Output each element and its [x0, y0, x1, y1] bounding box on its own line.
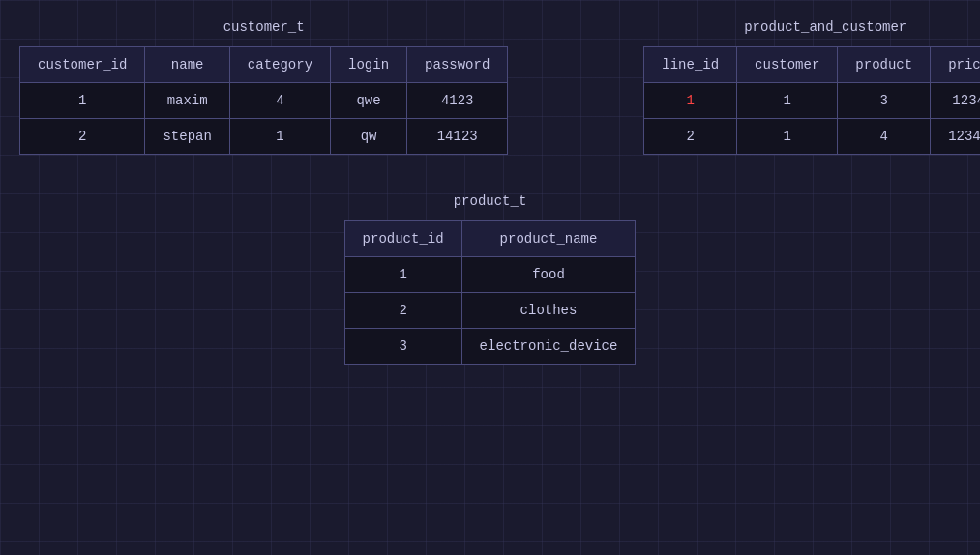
cell-pid-1: 1	[344, 257, 461, 293]
col-product-id: product_id	[344, 221, 461, 257]
cell-name-2: stepan	[145, 119, 229, 155]
col-price: price	[931, 47, 980, 83]
cell-customer-1: 1	[737, 83, 838, 119]
top-section: customer_t customer_id name category log…	[19, 19, 961, 155]
col-name: name	[145, 47, 229, 83]
cell-pid-2: 2	[344, 293, 461, 329]
cell-cid-1: 1	[20, 83, 145, 119]
col-product: product	[838, 47, 931, 83]
product-and-customer-block: product_and_customer line_id customer pr…	[643, 19, 980, 155]
cell-lineid-1: 1	[644, 83, 737, 119]
cell-price-2: 12345	[931, 119, 980, 155]
product-t-header-row: product_id product_name	[344, 221, 636, 257]
customer-t-header-row: customer_id name category login password	[20, 47, 508, 83]
cell-cid-2: 2	[20, 119, 145, 155]
page-container: customer_t customer_id name category log…	[19, 19, 961, 365]
customer-t-title: customer_t	[223, 19, 305, 35]
cell-lineid-2: 2	[644, 119, 737, 155]
cell-pass-1: 4123	[407, 83, 508, 119]
cell-product-1: 3	[838, 83, 931, 119]
product-and-customer-title: product_and_customer	[744, 19, 906, 35]
bottom-section: product_t product_id product_name 1 food…	[19, 193, 961, 365]
cell-cat-1: 4	[229, 83, 330, 119]
col-product-name: product_name	[461, 221, 636, 257]
product-row-2: 2 clothes	[344, 293, 636, 329]
product-t-title: product_t	[454, 193, 527, 209]
pac-row-1: 1 1 3 1234	[644, 83, 980, 119]
col-login: login	[331, 47, 407, 83]
cell-pass-2: 14123	[407, 119, 508, 155]
cell-pname-1: food	[461, 257, 636, 293]
cell-customer-2: 1	[737, 119, 838, 155]
customer-row-2: 2 stepan 1 qw 14123	[20, 119, 508, 155]
cell-pid-3: 3	[344, 329, 461, 365]
col-customer: customer	[737, 47, 838, 83]
col-customer-id: customer_id	[20, 47, 145, 83]
customer-t-block: customer_t customer_id name category log…	[19, 19, 508, 155]
cell-cat-2: 1	[229, 119, 330, 155]
cell-pname-2: clothes	[461, 293, 636, 329]
customer-row-1: 1 maxim 4 qwe 4123	[20, 83, 508, 119]
product-row-1: 1 food	[344, 257, 636, 293]
cell-price-1: 1234	[931, 83, 980, 119]
cell-name-1: maxim	[145, 83, 229, 119]
cell-product-2: 4	[838, 119, 931, 155]
product-row-3: 3 electronic_device	[344, 329, 636, 365]
pac-row-2: 2 1 4 12345	[644, 119, 980, 155]
product-t-table: product_id product_name 1 food 2 clothes…	[344, 220, 637, 365]
col-line-id: line_id	[644, 47, 737, 83]
col-category: category	[229, 47, 330, 83]
product-and-customer-table: line_id customer product price 1 1 3 123…	[643, 46, 980, 155]
cell-login-2: qw	[331, 119, 407, 155]
customer-t-table: customer_id name category login password…	[19, 46, 508, 155]
cell-pname-3: electronic_device	[461, 329, 636, 365]
col-password: password	[407, 47, 508, 83]
pac-header-row: line_id customer product price	[644, 47, 980, 83]
cell-login-1: qwe	[331, 83, 407, 119]
